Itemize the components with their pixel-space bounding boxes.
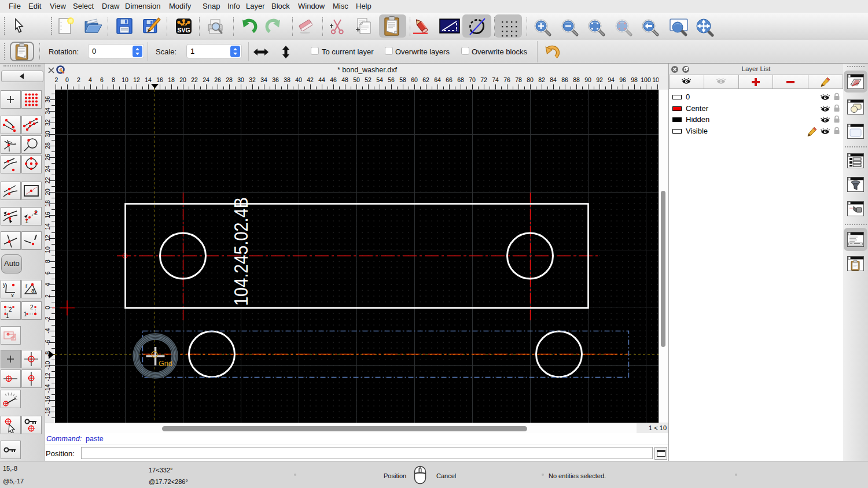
svg-text:1: 1 (25, 217, 28, 224)
svg-text:74: 74 (492, 76, 499, 83)
svg-text:68: 68 (457, 76, 464, 83)
svg-text:2: 2 (55, 76, 58, 83)
svg-text:90: 90 (584, 76, 591, 83)
svg-text:98: 98 (631, 76, 638, 83)
svg-text:102: 102 (652, 76, 659, 83)
svg-text:12: 12 (45, 235, 51, 242)
svg-text:62: 62 (422, 76, 429, 83)
svg-text:78: 78 (515, 76, 522, 83)
svg-text:0: 0 (65, 76, 69, 83)
svg-text:34: 34 (45, 108, 51, 114)
svg-text:100: 100 (641, 76, 651, 83)
svg-text:54: 54 (376, 76, 383, 83)
svg-text:2: 2 (77, 76, 80, 83)
svg-text:0: 0 (45, 306, 51, 309)
svg-text:22: 22 (191, 76, 198, 83)
svg-text:84: 84 (550, 76, 557, 83)
svg-text:52: 52 (365, 76, 372, 83)
svg-text:64: 64 (434, 76, 441, 83)
svg-text:-18: -18 (45, 407, 51, 416)
svg-text:28: 28 (226, 76, 233, 83)
svg-text:94: 94 (608, 76, 615, 83)
svg-text:86: 86 (561, 76, 568, 83)
svg-text:a: a (31, 287, 35, 294)
svg-text:2: 2 (9, 306, 12, 313)
svg-text:36: 36 (272, 76, 279, 83)
svg-text:6: 6 (45, 271, 51, 275)
svg-text:12: 12 (133, 76, 140, 83)
svg-text:14: 14 (45, 223, 51, 230)
svg-text:46: 46 (330, 76, 337, 83)
svg-text:8: 8 (45, 260, 51, 263)
svg-text:18: 18 (45, 200, 51, 207)
svg-text:18: 18 (168, 76, 175, 83)
svg-text:2: 2 (30, 304, 34, 310)
svg-text:-2: -2 (45, 316, 51, 321)
svg-text:48: 48 (341, 76, 348, 83)
svg-text:24: 24 (45, 165, 51, 172)
svg-text:24: 24 (203, 76, 209, 83)
svg-text:34: 34 (260, 76, 267, 83)
svg-text:56: 56 (388, 76, 395, 83)
svg-text:44: 44 (318, 76, 325, 83)
svg-text:-4: -4 (45, 328, 51, 333)
svg-text:40: 40 (295, 76, 302, 83)
svg-text:20: 20 (179, 76, 186, 83)
svg-text:-14: -14 (45, 384, 51, 393)
svg-text:32: 32 (45, 119, 51, 126)
svg-text:r: r (25, 283, 28, 289)
svg-text:16: 16 (156, 76, 163, 83)
svg-text:26: 26 (214, 76, 221, 83)
svg-text:58: 58 (399, 76, 406, 83)
svg-text:60: 60 (411, 76, 418, 83)
svg-text:26: 26 (45, 154, 51, 161)
svg-text:10: 10 (45, 246, 51, 253)
svg-text:28: 28 (45, 142, 51, 149)
svg-text:2: 2 (45, 294, 51, 298)
svg-text:76: 76 (503, 76, 510, 83)
svg-text:104.245.02.4B: 104.245.02.4B (230, 197, 252, 306)
svg-text:16: 16 (45, 212, 51, 219)
svg-text:66: 66 (446, 76, 453, 83)
svg-text:50: 50 (353, 76, 360, 83)
svg-text:30: 30 (45, 131, 51, 138)
svg-text:20: 20 (45, 188, 51, 195)
svg-text:80: 80 (527, 76, 534, 83)
svg-text:y: y (3, 282, 6, 288)
svg-text:92: 92 (596, 76, 603, 83)
svg-text:14: 14 (145, 76, 152, 83)
svg-text:1: 1 (6, 313, 9, 319)
svg-text:4: 4 (45, 283, 51, 286)
svg-text:22: 22 (45, 177, 51, 184)
svg-text:42: 42 (307, 76, 314, 83)
svg-text:Grid: Grid (159, 360, 172, 368)
svg-text:38: 38 (284, 76, 290, 83)
svg-text:72: 72 (480, 76, 487, 83)
svg-text:-10: -10 (45, 361, 51, 369)
svg-text:88: 88 (573, 76, 580, 83)
svg-text:-12: -12 (45, 372, 51, 381)
svg-text:36: 36 (45, 96, 51, 103)
svg-text:96: 96 (619, 76, 626, 83)
svg-text:32: 32 (249, 76, 256, 83)
svg-text:x: x (11, 293, 14, 297)
svg-text:70: 70 (469, 76, 476, 83)
svg-text:8: 8 (112, 76, 115, 83)
svg-text:6: 6 (100, 76, 104, 83)
svg-text:10: 10 (122, 76, 128, 83)
svg-text:-16: -16 (45, 395, 51, 404)
svg-text:82: 82 (538, 76, 545, 83)
svg-text:-6: -6 (45, 339, 51, 345)
svg-text:SVG: SVG (177, 27, 190, 34)
svg-text:30: 30 (237, 76, 244, 83)
svg-text:4: 4 (89, 76, 92, 83)
